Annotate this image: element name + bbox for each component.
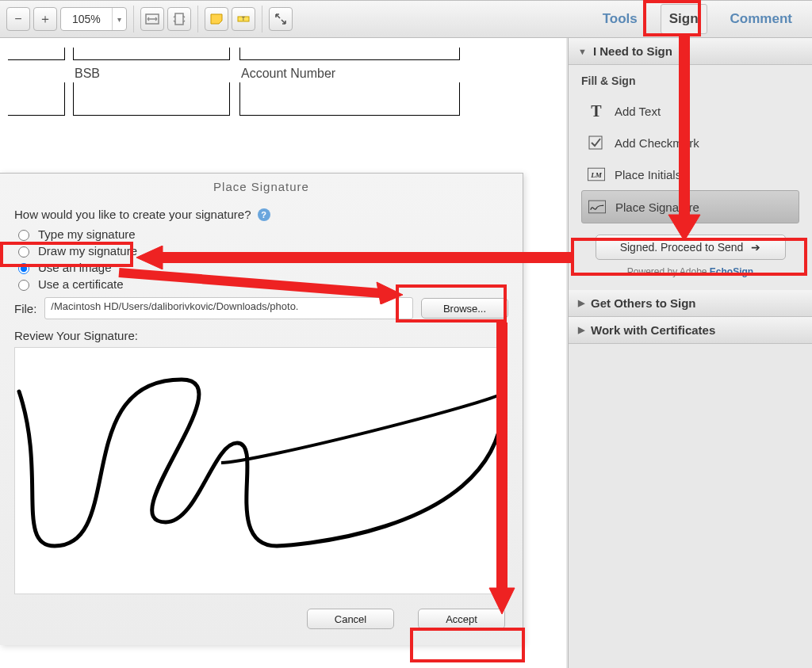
place-signature-dialog: Place Signature How would you like to cr… [0,173,523,645]
chevron-down-icon: ▼ [578,47,587,56]
svg-text:T: T [242,16,246,21]
tool-place-initials-label: Place Initials [615,168,681,181]
tool-place-signature-label: Place Signature [615,200,699,214]
radio-image-label: Use an image [38,261,112,274]
radio-type-signature-input[interactable] [18,230,29,241]
toolbar-separator [133,6,134,32]
highlight-button[interactable]: T [232,7,255,31]
radio-type-signature[interactable]: Type my signature [14,227,508,241]
proceed-to-send-button[interactable]: Signed. Proceed to Send ➔ [596,235,786,260]
signature-image [15,348,506,594]
account-label: Account Number [241,67,335,81]
form-cell[interactable] [73,48,230,60]
sign-panel: ▼ I Need to Sign Fill & Sign T Add Text … [568,38,812,668]
radio-draw-signature-input[interactable] [18,246,29,258]
expand-icon [273,11,289,27]
plus-icon: ＋ [39,11,52,28]
echosign-link[interactable]: EchoSign [710,266,753,277]
reading-mode-button[interactable] [269,7,293,31]
zoom-level-combobox[interactable]: 105% ▾ [60,7,127,31]
radio-type-label: Type my signature [38,227,136,241]
checkmark-icon [588,135,605,151]
text-icon: T [588,103,605,119]
zoom-out-button[interactable]: − [6,7,30,31]
account-number-field[interactable] [239,82,460,116]
svg-rect-4 [589,136,602,149]
fit-width-button[interactable] [140,7,164,31]
acc-work-with-certificates[interactable]: ▶ Work with Certificates [569,317,812,344]
radio-use-image-input[interactable] [18,263,29,274]
cancel-button[interactable]: Cancel [307,609,394,629]
minus-icon: − [14,12,21,26]
fit-page-button[interactable] [167,7,191,31]
sticky-note-button[interactable] [205,7,228,31]
fill-and-sign-section: Fill & Sign T Add Text Add Checkmark LM … [569,65,812,290]
acc-i-need-to-sign[interactable]: ▼ I Need to Sign [569,38,812,65]
acc-others-label: Get Others to Sign [591,296,696,310]
powered-pre: Powered by Adobe [627,266,710,277]
radio-cert-label: Use a certificate [38,277,124,291]
zoom-value: 105% [61,13,112,25]
file-path-field[interactable]: /Macintosh HD/Users/daliborivkovic/Downl… [44,297,413,319]
arrow-right-icon: ➔ [751,241,760,254]
dialog-prompt: How would you like to create your signat… [14,208,251,221]
radio-use-image[interactable]: Use an image [14,261,508,274]
highlight-icon: T [236,11,251,27]
file-label: File: [14,302,36,315]
review-label: Review Your Signature: [14,329,508,342]
form-cell[interactable] [8,82,65,116]
powered-by: Powered by Adobe EchoSign [581,266,799,277]
chevron-right-icon: ▶ [578,298,584,308]
svg-text:LM: LM [590,171,603,179]
tool-place-initials[interactable]: LM Place Initials [581,158,799,190]
form-cell[interactable] [8,48,65,60]
top-toolbar: − ＋ 105% ▾ T Tools Sign Comment [0,0,812,38]
sticky-note-icon [209,11,224,27]
tool-add-text[interactable]: T Add Text [581,95,799,127]
chevron-down-icon: ▾ [112,8,126,30]
initials-icon: LM [588,166,605,182]
tab-tools[interactable]: Tools [594,4,646,34]
document-area: BSB Account Number Place Signature How w… [0,38,566,668]
pane-tabs: Tools Sign Comment [594,4,807,34]
tool-add-text-label: Add Text [615,105,661,118]
tool-add-checkmark[interactable]: Add Checkmark [581,127,799,158]
bsb-label: BSB [75,67,100,81]
dialog-title: Place Signature [0,174,523,197]
bsb-field[interactable] [73,82,230,116]
radio-draw-label: Draw my signature [38,244,137,258]
accept-button[interactable]: Accept [418,609,505,629]
fill-sign-title: Fill & Sign [581,74,799,87]
svg-rect-1 [175,13,183,25]
form-cell[interactable] [239,48,460,60]
help-icon[interactable]: ? [258,208,270,221]
radio-use-certificate[interactable]: Use a certificate [14,277,508,291]
chevron-right-icon: ▶ [578,325,584,335]
proceed-label: Signed. Proceed to Send [620,241,744,254]
signature-icon [588,199,606,215]
fit-width-icon [144,11,160,27]
acc-get-others-to-sign[interactable]: ▶ Get Others to Sign [569,290,812,317]
acc-certs-label: Work with Certificates [591,323,715,337]
tool-add-checkmark-label: Add Checkmark [615,136,699,150]
acc-need-sign-label: I Need to Sign [593,44,672,58]
form-row: BSB Account Number [8,48,558,143]
browse-button[interactable]: Browse... [421,298,508,319]
toolbar-separator [197,6,198,32]
tab-sign[interactable]: Sign [661,4,707,34]
radio-draw-signature[interactable]: Draw my signature [14,244,508,258]
radio-use-certificate-input[interactable] [18,280,29,291]
fit-page-icon [171,11,187,27]
signature-preview [14,347,506,594]
tool-place-signature[interactable]: Place Signature [581,190,799,223]
zoom-in-button[interactable]: ＋ [33,7,57,31]
tab-comment[interactable]: Comment [722,4,801,34]
toolbar-separator [262,6,262,32]
